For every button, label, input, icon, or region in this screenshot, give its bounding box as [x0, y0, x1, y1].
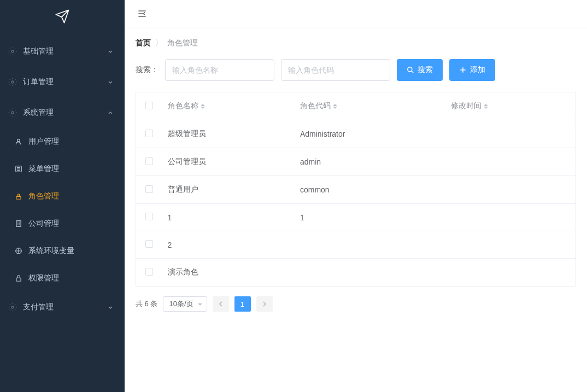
cell-code [295, 259, 445, 286]
sub-item-env[interactable]: 系统环境变量 [0, 237, 125, 265]
collapse-icon [137, 8, 148, 19]
cell-name: 2 [162, 231, 295, 259]
sub-label: 公司管理 [28, 219, 59, 229]
pagination: 共 6 条 10条/页 1 [136, 296, 576, 312]
menu-label: 系统管理 [23, 108, 107, 118]
next-page-button[interactable] [256, 296, 273, 312]
menu-label: 基础管理 [23, 46, 107, 56]
sidebar: 基础管理 订单管理 系统管理 用户管理 菜单管理 [0, 0, 125, 392]
sub-item-menu[interactable]: 菜单管理 [0, 155, 125, 183]
chevron-left-icon [218, 301, 224, 307]
sub-label: 用户管理 [28, 137, 59, 147]
chevron-down-icon [107, 48, 114, 55]
cell-name: 公司管理员 [162, 148, 295, 176]
chevron-down-icon [107, 304, 114, 311]
sort-icon [333, 104, 337, 109]
table-row[interactable]: 1 1 [136, 204, 576, 231]
role-icon [14, 192, 23, 201]
search-button-label: 搜索 [418, 65, 433, 75]
table-row[interactable]: 超级管理员 Administrator [136, 120, 576, 148]
gear-icon [8, 46, 17, 56]
pagination-total: 共 6 条 [136, 299, 157, 309]
cell-name: 演示角色 [162, 259, 295, 286]
cell-time [445, 176, 576, 204]
add-button-label: 添加 [470, 65, 485, 75]
search-icon [407, 66, 414, 74]
cell-time [445, 231, 576, 259]
gear-icon [8, 108, 17, 118]
lock-icon [14, 274, 23, 283]
content: 首页 〉 角色管理 搜索： 搜索 添加 [125, 27, 587, 392]
svg-rect-7 [16, 221, 21, 227]
th-modify-time[interactable]: 修改时间 [451, 101, 488, 111]
table-row[interactable]: 2 [136, 231, 576, 259]
sub-item-user[interactable]: 用户管理 [0, 128, 125, 155]
cell-code: 1 [295, 204, 445, 231]
table-row[interactable]: 公司管理员 admin [136, 148, 576, 176]
page-1-button[interactable]: 1 [234, 296, 251, 312]
gear-icon [8, 77, 17, 87]
sub-label: 角色管理 [28, 191, 59, 201]
sub-label: 系统环境变量 [28, 246, 74, 256]
svg-point-1 [11, 81, 14, 83]
building-icon [14, 219, 23, 228]
nav-menu: 基础管理 订单管理 系统管理 用户管理 菜单管理 [0, 33, 125, 323]
menu-item-order[interactable]: 订单管理 [0, 67, 125, 97]
row-checkbox[interactable] [145, 185, 153, 193]
collapse-sidebar-button[interactable] [136, 7, 149, 20]
sub-item-permission[interactable]: 权限管理 [0, 265, 125, 292]
cell-code: common [295, 176, 445, 204]
cell-name: 超级管理员 [162, 120, 295, 148]
svg-rect-6 [16, 197, 21, 200]
page-size-select[interactable]: 10条/页 [163, 296, 207, 312]
svg-point-2 [11, 112, 14, 114]
cell-code: admin [295, 148, 445, 176]
submenu-system: 用户管理 菜单管理 角色管理 公司管理 系统环境变量 [0, 128, 125, 292]
list-icon [14, 165, 23, 173]
checkbox-all[interactable] [145, 102, 153, 109]
svg-point-5 [17, 194, 20, 196]
svg-rect-9 [16, 278, 21, 281]
cell-time [445, 148, 576, 176]
svg-point-10 [11, 306, 14, 308]
chevron-right-icon [261, 301, 268, 307]
role-name-input[interactable] [165, 59, 274, 81]
search-button[interactable]: 搜索 [397, 59, 443, 81]
paper-plane-icon [55, 9, 70, 24]
add-button[interactable]: 添加 [449, 59, 495, 81]
menu-item-system[interactable]: 系统管理 [0, 97, 125, 128]
cell-time [445, 204, 576, 231]
breadcrumb: 首页 〉 角色管理 [136, 38, 576, 48]
breadcrumb-separator: 〉 [155, 38, 163, 48]
row-checkbox[interactable] [145, 268, 153, 276]
logo-area [0, 0, 125, 33]
menu-item-payment[interactable]: 支付管理 [0, 292, 125, 323]
breadcrumb-home[interactable]: 首页 [136, 38, 151, 48]
search-row: 搜索： 搜索 添加 [136, 59, 576, 81]
row-checkbox[interactable] [145, 130, 153, 137]
role-table: 角色名称 角色代码 修改时间 超级管理员 Administrator 公司管理员… [136, 92, 576, 286]
row-checkbox[interactable] [145, 213, 153, 220]
menu-item-basic[interactable]: 基础管理 [0, 36, 125, 67]
menu-label: 支付管理 [23, 302, 107, 312]
user-icon [14, 137, 23, 146]
cell-code [295, 231, 445, 259]
th-role-name[interactable]: 角色名称 [168, 101, 205, 111]
row-checkbox[interactable] [145, 240, 153, 248]
prev-page-button[interactable] [213, 296, 229, 312]
role-code-input[interactable] [281, 59, 390, 81]
row-checkbox[interactable] [145, 157, 153, 165]
cell-code: Administrator [295, 120, 445, 148]
chevron-down-icon [107, 79, 114, 85]
sub-label: 菜单管理 [28, 164, 59, 174]
cell-time [445, 259, 576, 286]
table-row[interactable]: 演示角色 [136, 259, 576, 286]
sort-icon [201, 104, 205, 109]
sub-label: 权限管理 [28, 273, 59, 283]
th-role-code[interactable]: 角色代码 [300, 101, 337, 111]
svg-point-3 [17, 139, 20, 142]
sub-item-role[interactable]: 角色管理 [0, 183, 125, 210]
table-row[interactable]: 普通用户 common [136, 176, 576, 204]
sub-item-company[interactable]: 公司管理 [0, 210, 125, 237]
breadcrumb-current: 角色管理 [167, 38, 198, 48]
